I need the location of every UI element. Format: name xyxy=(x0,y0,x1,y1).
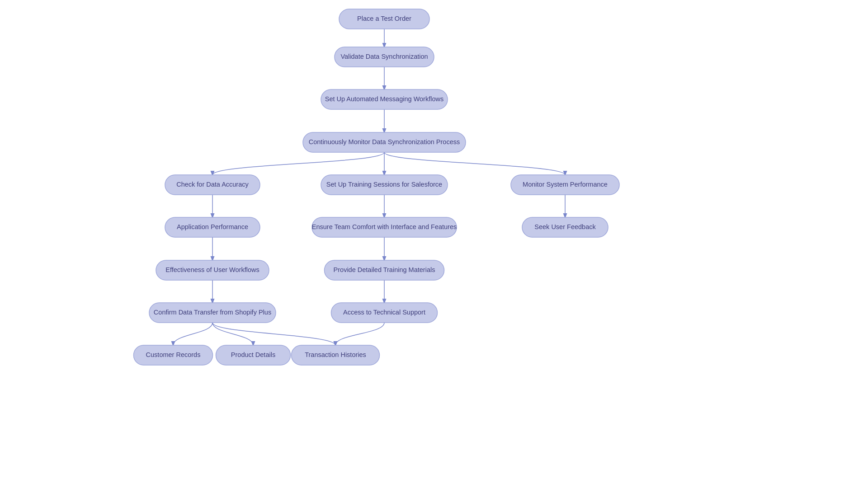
node-n9[interactable]: Ensure Team Comfort with Interface and F… xyxy=(312,217,457,237)
workflow-diagram: Place a Test OrderValidate Data Synchron… xyxy=(0,0,868,488)
node-n5[interactable]: Check for Data Accuracy xyxy=(165,175,260,195)
node-label-n7: Monitor System Performance xyxy=(523,181,608,188)
node-n3[interactable]: Set Up Automated Messaging Workflows xyxy=(321,89,448,109)
node-n6[interactable]: Set Up Training Sessions for Salesforce xyxy=(321,175,448,195)
node-label-n3: Set Up Automated Messaging Workflows xyxy=(325,95,443,103)
node-label-n11: Effectiveness of User Workflows xyxy=(165,266,259,273)
node-n13[interactable]: Confirm Data Transfer from Shopify Plus xyxy=(149,303,276,323)
node-n4[interactable]: Continuously Monitor Data Synchronizatio… xyxy=(303,132,466,152)
node-n10[interactable]: Seek User Feedback xyxy=(522,217,608,237)
node-label-n17: Transaction Histories xyxy=(305,351,366,358)
node-label-n4: Continuously Monitor Data Synchronizatio… xyxy=(309,138,460,145)
node-n17[interactable]: Transaction Histories xyxy=(292,345,380,365)
edge-n14-n17 xyxy=(335,323,384,345)
node-n1[interactable]: Place a Test Order xyxy=(339,9,429,29)
node-label-n8: Application Performance xyxy=(177,223,248,230)
node-label-n1: Place a Test Order xyxy=(357,15,411,22)
node-n12[interactable]: Provide Detailed Training Materials xyxy=(325,260,444,280)
node-label-n2: Validate Data Synchronization xyxy=(340,53,428,60)
node-n14[interactable]: Access to Technical Support xyxy=(331,303,438,323)
node-n7[interactable]: Monitor System Performance xyxy=(511,175,619,195)
edge-n13-n17 xyxy=(212,323,335,345)
node-label-n12: Provide Detailed Training Materials xyxy=(334,266,435,273)
node-n11[interactable]: Effectiveness of User Workflows xyxy=(156,260,269,280)
node-label-n6: Set Up Training Sessions for Salesforce xyxy=(326,181,442,188)
node-n8[interactable]: Application Performance xyxy=(165,217,260,237)
node-n15[interactable]: Customer Records xyxy=(134,345,213,365)
node-label-n9: Ensure Team Comfort with Interface and F… xyxy=(312,223,457,230)
node-n2[interactable]: Validate Data Synchronization xyxy=(335,47,434,67)
node-label-n5: Check for Data Accuracy xyxy=(176,181,249,188)
node-label-n16: Product Details xyxy=(231,351,275,358)
edge-n13-n15 xyxy=(173,323,212,345)
node-n16[interactable]: Product Details xyxy=(216,345,291,365)
edge-n4-n5 xyxy=(212,152,384,175)
edge-n4-n7 xyxy=(384,152,565,175)
node-label-n15: Customer Records xyxy=(146,351,201,358)
node-label-n10: Seek User Feedback xyxy=(534,223,596,230)
edge-n13-n16 xyxy=(212,323,253,345)
node-label-n13: Confirm Data Transfer from Shopify Plus xyxy=(154,309,271,316)
node-label-n14: Access to Technical Support xyxy=(343,309,425,316)
